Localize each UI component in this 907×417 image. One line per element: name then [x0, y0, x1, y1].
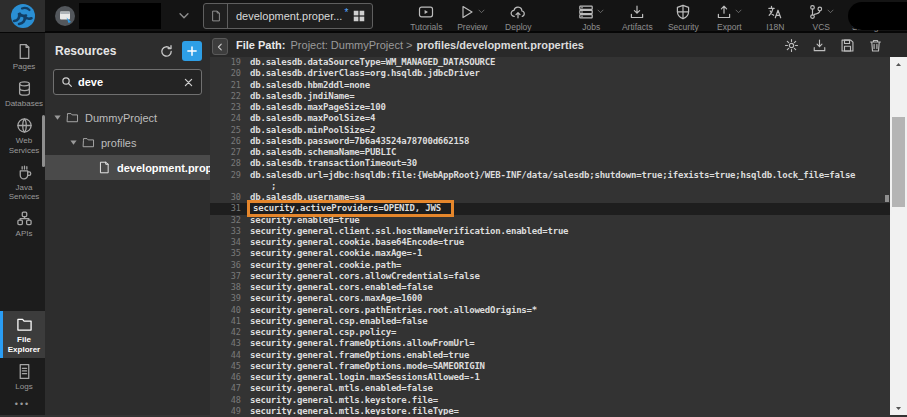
- topbar-item-label: Export: [717, 22, 742, 32]
- code-line[interactable]: 42security.general.csp.policy=: [210, 327, 890, 338]
- scrollbar-thumb[interactable]: [892, 117, 905, 207]
- code-line[interactable]: ;: [210, 181, 890, 192]
- wavemaker-logo[interactable]: [0, 0, 45, 32]
- sidebar-item-file-explorer[interactable]: File Explorer: [0, 311, 45, 357]
- collapse-panel-button[interactable]: [212, 38, 228, 55]
- pages-icon: [16, 43, 33, 60]
- code-line[interactable]: 23db.salesdb.maxPageSize=100: [210, 102, 890, 113]
- caret-down-icon[interactable]: [69, 138, 78, 147]
- caret-down-icon[interactable]: [53, 113, 62, 122]
- code-line[interactable]: 24db.salesdb.maxPoolSize=4: [210, 113, 890, 124]
- scroll-up-button[interactable]: [890, 57, 907, 71]
- code-line[interactable]: 19db.salesdb.dataSourceType=WM_MANAGED_D…: [210, 57, 890, 68]
- code-text: db.salesdb.maxPageSize=100: [250, 102, 386, 113]
- code-text: security.general.csp.enabled=false: [250, 316, 427, 327]
- code-line[interactable]: 33security.general.client.ssl.hostNameVe…: [210, 226, 890, 237]
- line-number: 49: [210, 406, 250, 415]
- line-number: 28: [210, 158, 250, 169]
- sidebar-scrollbar[interactable]: [42, 115, 45, 167]
- topbar-item-label: Deploy: [505, 22, 531, 32]
- chevron-down-icon[interactable]: [177, 9, 191, 23]
- code-line[interactable]: 26db.salesdb.password=7b6a43524a78700d66…: [210, 136, 890, 147]
- download-file-button[interactable]: [812, 38, 827, 53]
- sidebar-item-java-services[interactable]: Java Services: [0, 159, 45, 205]
- code-line-highlighted[interactable]: 31security.activeProviders=OPENID, JWS: [210, 203, 890, 214]
- code-area[interactable]: 19db.salesdb.dataSourceType=WM_MANAGED_D…: [210, 57, 890, 415]
- code-line[interactable]: 20db.salesdb.driverClass=org.hsqldb.jdbc…: [210, 68, 890, 79]
- code-line[interactable]: 21db.salesdb.hbm2ddl=none: [210, 80, 890, 91]
- editor-scrollbar[interactable]: [890, 57, 907, 415]
- code-line[interactable]: 38security.general.cors.enabled=false: [210, 282, 890, 293]
- chevron-down-icon: [596, 7, 605, 16]
- code-line[interactable]: 22db.salesdb.jndiName=: [210, 91, 890, 102]
- code-text: db.salesdb.maxPoolSize=4: [250, 113, 375, 124]
- topbar-item-security[interactable]: Security: [663, 0, 703, 32]
- code-line[interactable]: 47security.general.mtls.enabled=false: [210, 383, 890, 394]
- code-line[interactable]: 43security.general.frameOptions.allowFro…: [210, 338, 890, 349]
- topbar-item-vcs[interactable]: VCS: [801, 0, 841, 32]
- code-line[interactable]: 46security.general.login.maxSessionsAllo…: [210, 372, 890, 383]
- code-line[interactable]: 29db.salesdb.url=jdbc:hsqldb:file:{WebAp…: [210, 170, 890, 181]
- code-line[interactable]: 44security.general.frameOptions.enabled=…: [210, 350, 890, 361]
- file-path-file: profiles/development.properties: [416, 39, 583, 51]
- delete-file-button[interactable]: [868, 38, 883, 53]
- project-selector[interactable]: [53, 3, 191, 29]
- tab-label: development.proper...: [228, 10, 344, 22]
- file-path-prefix: File Path:: [236, 39, 286, 51]
- code-line[interactable]: 39security.general.cors.maxAge=1600: [210, 293, 890, 304]
- topbar-item-export[interactable]: Export: [709, 0, 749, 32]
- grid-icon[interactable]: [352, 9, 366, 23]
- sidebar-item-label: APIs: [16, 229, 33, 238]
- add-resource-button[interactable]: [182, 41, 202, 61]
- file-tab[interactable]: development.proper... *: [203, 3, 373, 29]
- code-text: db.salesdb.dataSourceType=WM_MANAGED_DAT…: [250, 57, 495, 68]
- file-settings-button[interactable]: [784, 38, 799, 53]
- sidebar-item-label: Databases: [5, 99, 43, 108]
- topbar-item-i18n[interactable]: I18N: [755, 0, 795, 32]
- code-line[interactable]: 41security.general.csp.enabled=false: [210, 316, 890, 327]
- jobs-icon: [578, 4, 594, 20]
- code-line[interactable]: 35security.general.cookie.maxAge=-1: [210, 248, 890, 259]
- code-line[interactable]: 36security.general.cookie.path=: [210, 260, 890, 271]
- line-number: 20: [210, 68, 250, 79]
- line-number: 48: [210, 395, 250, 406]
- resources-panel: Resources DummyProjectpr: [45, 33, 210, 415]
- code-line[interactable]: 49security.general.mtls.keystore.fileTyp…: [210, 406, 890, 415]
- code-line[interactable]: 27db.salesdb.schemaName=PUBLIC: [210, 147, 890, 158]
- sidebar-item-databases[interactable]: Databases: [0, 75, 45, 112]
- sidebar-item-label: Java Services: [4, 183, 44, 201]
- code-line[interactable]: 25db.salesdb.minPoolSize=2: [210, 125, 890, 136]
- search-input[interactable]: [73, 76, 183, 88]
- code-line[interactable]: 48security.general.mtls.keystore.file=: [210, 395, 890, 406]
- topbar-item-preview[interactable]: Preview: [452, 0, 492, 32]
- app-window: development.proper... * TutorialsPreview…: [0, 0, 907, 417]
- tree-item-dummyproject[interactable]: DummyProject: [45, 105, 210, 130]
- tree-item-profiles[interactable]: profiles: [45, 130, 210, 155]
- close-icon[interactable]: [183, 77, 194, 88]
- scroll-down-button[interactable]: [890, 401, 907, 415]
- overview-mark: [885, 195, 889, 202]
- topbar-item-tutorials[interactable]: Tutorials: [406, 0, 446, 32]
- sidebar-item-apis[interactable]: APIs: [0, 205, 45, 242]
- refresh-icon[interactable]: [159, 44, 174, 59]
- sidebar-more-button[interactable]: •••: [0, 395, 45, 415]
- code-text: security.general.mtls.enabled=false: [250, 383, 433, 394]
- code-line[interactable]: 37security.general.cors.allowCredentials…: [210, 271, 890, 282]
- code-line[interactable]: 45security.general.frameOptions.mode=SAM…: [210, 361, 890, 372]
- topbar-item-jobs[interactable]: Jobs: [571, 0, 611, 32]
- folder-icon: [82, 136, 95, 149]
- topbar-item-artifacts[interactable]: Artifacts: [617, 0, 657, 32]
- line-number: 35: [210, 248, 250, 259]
- sidebar-item-logs[interactable]: Logs: [0, 358, 45, 395]
- tree-item-development-properties[interactable]: development.properties: [45, 155, 210, 180]
- sidebar-item-pages[interactable]: Pages: [0, 38, 45, 75]
- code-line[interactable]: 28db.salesdb.transactionTimeout=30: [210, 158, 890, 169]
- topbar-item-deploy[interactable]: Deploy: [498, 0, 538, 32]
- save-file-button[interactable]: [840, 38, 855, 53]
- deploy-icon: [510, 4, 526, 20]
- sidebar-item-web-services[interactable]: Web Services: [0, 112, 45, 158]
- code-line[interactable]: 34security.general.cookie.base64Encode=t…: [210, 237, 890, 248]
- chevron-down-icon: [826, 7, 835, 16]
- scrollbar-track[interactable]: [890, 71, 907, 401]
- code-line[interactable]: 40security.general.cors.pathEntries.root…: [210, 305, 890, 316]
